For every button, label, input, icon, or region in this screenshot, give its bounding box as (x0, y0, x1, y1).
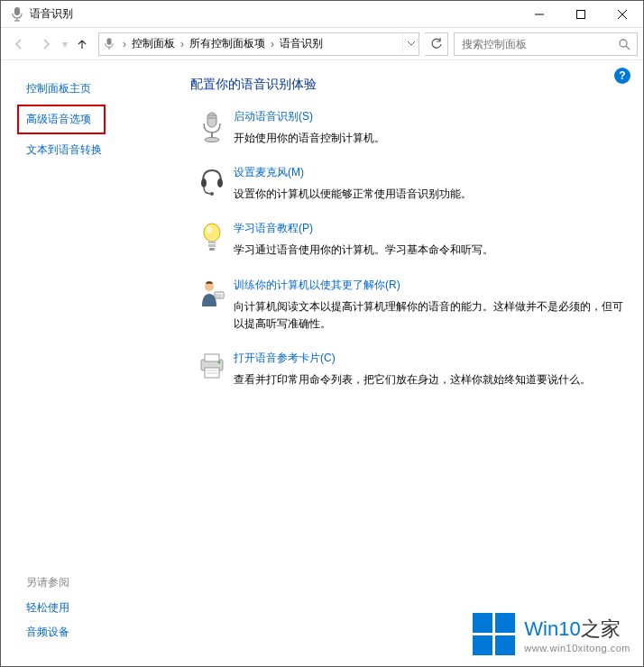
option-desc: 开始使用你的语音控制计算机。 (234, 130, 625, 147)
address-bar[interactable]: › 控制面板 › 所有控制面板项 › 语音识别 (98, 32, 419, 56)
option-start-speech: 启动语音识别(S) 开始使用你的语音控制计算机。 (190, 109, 625, 147)
svg-rect-13 (208, 117, 216, 119)
page-heading: 配置你的语音识别体验 (190, 77, 625, 93)
option-link[interactable]: 训练你的计算机以使其更了解你(R) (234, 278, 400, 293)
sidebar-link-advanced[interactable]: 高级语音选项 (17, 105, 106, 134)
sidebar-link-home[interactable]: 控制面板主页 (26, 77, 172, 101)
sidebar-link-tts[interactable]: 文本到语音转换 (26, 138, 172, 162)
option-desc: 查看并打印常用命令列表，把它们放在身边，这样你就始终知道要说什么。 (234, 371, 625, 388)
option-tutorial: 学习语音教程(P) 学习通过语音使用你的计算机。学习基本命令和听写。 (190, 221, 625, 259)
help-icon[interactable]: ? (614, 68, 630, 84)
svg-rect-4 (577, 10, 585, 18)
svg-rect-22 (208, 244, 216, 247)
main-content: ? 配置你的语音识别体验 启动语音识别(S) 开始使用你的语音控制计算机。 设置… (181, 60, 643, 666)
option-train: 训练你的计算机以使其更了解你(R) 向计算机阅读文本以提高计算机理解你的语音的能… (190, 278, 625, 333)
option-reference: 打开语音参考卡片(C) 查看并打印常用命令列表，把它们放在身边，这样你就始终知道… (190, 351, 625, 388)
window-controls (519, 1, 643, 28)
navbar: ▾ › 控制面板 › 所有控制面板项 › 语音识别 (1, 28, 643, 60)
svg-line-10 (626, 46, 630, 50)
close-button[interactable] (602, 1, 643, 28)
back-button[interactable] (6, 32, 32, 57)
refresh-button[interactable] (425, 32, 448, 56)
window-title: 语音识别 (30, 6, 519, 22)
svg-point-15 (205, 138, 219, 142)
nav-separator: ▾ (62, 38, 68, 50)
see-also-heading: 另请参阅 (26, 575, 172, 590)
breadcrumb-part[interactable]: 所有控制面板项 (188, 36, 267, 51)
breadcrumb-part[interactable]: 语音识别 (278, 36, 325, 51)
option-desc: 设置你的计算机以便能够正常使用语音识别功能。 (234, 186, 625, 203)
minimize-button[interactable] (519, 1, 560, 28)
svg-point-33 (218, 361, 221, 363)
person-icon (190, 278, 234, 333)
svg-point-17 (217, 178, 223, 187)
body: 控制面板主页 高级语音选项 文本到语音转换 另请参阅 轻松使用 音频设备 ? 配… (1, 60, 643, 666)
search-input[interactable] (455, 38, 612, 50)
headset-icon (190, 165, 234, 203)
address-dropdown[interactable] (402, 33, 419, 55)
breadcrumb-part[interactable]: 控制面板 (130, 36, 177, 51)
svg-rect-7 (107, 38, 112, 45)
titlebar: 语音识别 (1, 1, 643, 28)
printer-icon (190, 351, 234, 388)
svg-point-9 (620, 40, 627, 47)
window: 语音识别 ▾ › 控制面板 › 所有控制面板项 › 语音识别 (0, 0, 644, 667)
sidebar-spacer (26, 162, 172, 575)
option-setup-mic: 设置麦克风(M) 设置你的计算机以便能够正常使用语音识别功能。 (190, 165, 625, 203)
svg-rect-29 (205, 354, 219, 361)
svg-rect-21 (208, 241, 216, 243)
option-desc: 学习通过语音使用你的计算机。学习基本命令和听写。 (234, 242, 625, 259)
option-link[interactable]: 学习语音教程(P) (234, 221, 313, 236)
lightbulb-icon (190, 221, 234, 259)
option-link[interactable]: 启动语音识别(S) (234, 109, 313, 124)
svg-point-20 (207, 226, 212, 233)
mic-icon (10, 7, 24, 22)
search-button[interactable] (612, 33, 637, 55)
sidebar-link-audio[interactable]: 音频设备 (26, 620, 172, 644)
microphone-icon (190, 109, 234, 147)
sidebar-link-ease[interactable]: 轻松使用 (26, 596, 172, 620)
chevron-right-icon[interactable]: › (119, 38, 130, 50)
forward-button[interactable] (33, 32, 59, 57)
svg-rect-12 (208, 114, 216, 116)
svg-point-16 (201, 178, 207, 187)
maximize-button[interactable] (560, 1, 602, 28)
up-button[interactable] (71, 33, 93, 55)
search-box[interactable] (454, 32, 638, 56)
svg-rect-23 (209, 248, 215, 251)
chevron-right-icon[interactable]: › (177, 38, 188, 50)
svg-rect-0 (14, 7, 20, 15)
sidebar: 控制面板主页 高级语音选项 文本到语音转换 另请参阅 轻松使用 音频设备 (1, 60, 181, 666)
chevron-right-icon[interactable]: › (267, 38, 278, 50)
option-link[interactable]: 设置麦克风(M) (234, 165, 304, 180)
svg-point-18 (210, 192, 214, 196)
addressbar-mic-icon (99, 38, 119, 50)
breadcrumb: 控制面板 › 所有控制面板项 › 语音识别 (130, 36, 402, 51)
option-desc: 向计算机阅读文本以提高计算机理解你的语音的能力。这样做并不是必须的，但可以提高听… (234, 298, 625, 333)
svg-point-19 (204, 224, 220, 242)
option-link[interactable]: 打开语音参考卡片(C) (234, 351, 336, 366)
